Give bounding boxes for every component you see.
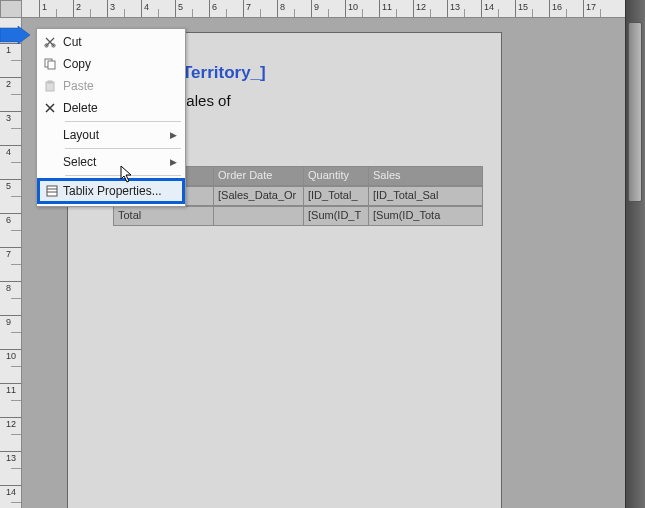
menu-delete[interactable]: Delete [37, 97, 185, 119]
svg-rect-4 [48, 61, 55, 69]
ruler-tick-label: 14 [6, 487, 16, 497]
ruler-tick-label: 4 [144, 2, 149, 12]
copy-icon [37, 58, 63, 70]
ruler-tick-label: 2 [76, 2, 81, 12]
ruler-tick-label: 11 [6, 385, 16, 395]
ruler-corner [0, 0, 22, 18]
ruler-tick-label: 4 [6, 147, 11, 157]
menu-label: Select [63, 155, 179, 169]
ruler-tick-label: 7 [6, 249, 11, 259]
svg-rect-6 [48, 81, 52, 83]
ruler-tick-label: 16 [552, 2, 562, 12]
ruler-tick-label: 9 [6, 317, 11, 327]
menu-layout[interactable]: Layout ▶ [37, 124, 185, 146]
menu-separator [65, 121, 181, 122]
ruler-tick-label: 1 [42, 2, 47, 12]
menu-copy[interactable]: Copy [37, 53, 185, 75]
ruler-tick-label: 9 [314, 2, 319, 12]
ruler-tick-label: 1 [6, 45, 11, 55]
menu-label: Cut [63, 35, 179, 49]
paste-icon [37, 80, 63, 92]
menu-paste: Paste [37, 75, 185, 97]
menu-separator [65, 175, 181, 176]
chevron-right-icon: ▶ [170, 130, 177, 140]
menu-select[interactable]: Select ▶ [37, 151, 185, 173]
menu-separator [65, 148, 181, 149]
ruler-tick-label: 8 [6, 283, 11, 293]
ruler-tick-label: 14 [484, 2, 494, 12]
table-cell[interactable] [214, 207, 304, 225]
horizontal-ruler: 1234567891011121314151617 [22, 0, 625, 18]
ruler-tick-label: 13 [6, 453, 16, 463]
ruler-tick-label: 8 [280, 2, 285, 12]
svg-rect-7 [47, 186, 57, 196]
table-cell[interactable]: [Sum(ID_Tota [369, 207, 482, 225]
chevron-right-icon: ▶ [170, 157, 177, 167]
scrollbar-thumb[interactable] [628, 22, 642, 202]
menu-cut[interactable]: Cut [37, 31, 185, 53]
menu-label: Delete [63, 101, 179, 115]
table-cell[interactable]: Total [114, 207, 214, 225]
ruler-tick-label: 6 [212, 2, 217, 12]
menu-label: Layout [63, 128, 179, 142]
table-header-cell[interactable]: Sales [369, 167, 482, 185]
table-header-cell[interactable]: Quantity [304, 167, 369, 185]
ruler-tick-label: 13 [450, 2, 460, 12]
context-menu: Cut Copy Paste Delete Layout ▶ Select ▶ … [36, 28, 186, 207]
ruler-tick-label: 7 [246, 2, 251, 12]
vertical-ruler: 1234567891011121314 [0, 18, 22, 508]
ruler-tick-label: 12 [416, 2, 426, 12]
table-cell[interactable]: [Sales_Data_Or [214, 187, 304, 205]
ruler-tick-label: 11 [382, 2, 392, 12]
menu-label: Copy [63, 57, 179, 71]
table-header-cell[interactable]: Order Date [214, 167, 304, 185]
ruler-tick-label: 10 [6, 351, 16, 361]
ruler-tick-label: 15 [518, 2, 528, 12]
ruler-tick-label: 6 [6, 215, 11, 225]
scissors-icon [37, 36, 63, 48]
ruler-tick-label: 5 [6, 181, 11, 191]
table-cell[interactable]: [ID_Total_Sal [369, 187, 482, 205]
properties-icon [40, 185, 63, 197]
ruler-tick-label: 3 [6, 113, 11, 123]
ruler-tick-label: 5 [178, 2, 183, 12]
ruler-tick-label: 3 [110, 2, 115, 12]
table-cell[interactable]: [Sum(ID_T [304, 207, 369, 225]
ruler-tick-label: 2 [6, 79, 11, 89]
menu-label: Tablix Properties... [63, 184, 176, 198]
delete-icon [37, 102, 63, 114]
ruler-tick-label: 17 [586, 2, 596, 12]
menu-tablix-properties[interactable]: Tablix Properties... [37, 178, 185, 204]
ruler-tick-label: 10 [348, 2, 358, 12]
table-cell[interactable]: [ID_Total_ [304, 187, 369, 205]
menu-label: Paste [63, 79, 179, 93]
vertical-scrollbar[interactable] [625, 0, 645, 508]
ruler-tick-label: 12 [6, 419, 16, 429]
table-row[interactable]: Total [Sum(ID_T [Sum(ID_Tota [113, 206, 483, 226]
